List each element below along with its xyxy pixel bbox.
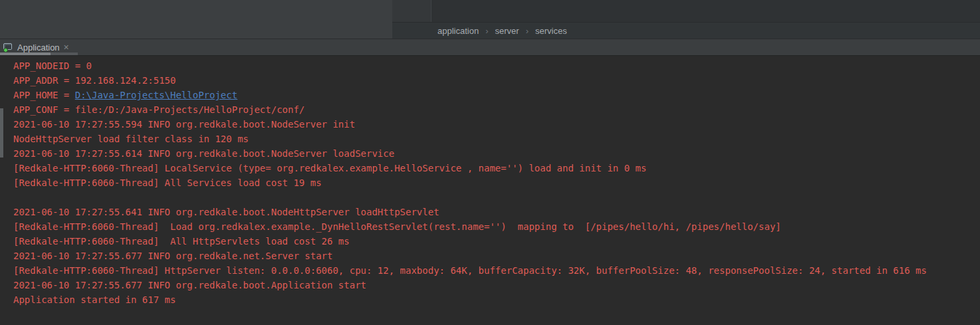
chevron-right-icon: › [526,26,529,36]
breadcrumb-item-services[interactable]: services [535,26,567,36]
console-line: [Redkale-HTTP:6060-Thread] Load org.redk… [13,219,980,234]
console-line: APP_HOME = D:\Java-Projects\HelloProject [13,88,980,102]
editor-divider [431,0,431,22]
file-link[interactable]: D:\Java-Projects\HelloProject [75,90,237,100]
running-indicator-icon [3,48,8,53]
console-line: 2021-06-10 17:27:55.614 INFO org.redkale… [13,146,980,161]
top-region: application › server › services [0,0,980,39]
console-line-prefix: APP_HOME = [13,90,75,100]
console-icon [3,42,13,53]
scrollbar-thumb[interactable] [0,108,3,158]
editor-gutter [392,0,431,22]
chevron-right-icon: › [485,26,488,36]
console-line: 2021-06-10 17:27:55.677 INFO org.redkale… [13,278,980,292]
breadcrumb-item-server[interactable]: server [495,26,519,36]
run-tabbar: Application × [0,39,980,56]
console-line: 2021-06-10 17:27:55.641 INFO org.redkale… [13,205,980,219]
breadcrumb: application › server › services [392,22,980,39]
console-line: 2021-06-10 17:27:55.594 INFO org.redkale… [13,117,980,132]
close-icon[interactable]: × [64,43,69,52]
console-line: [Redkale-HTTP:6060-Thread] All HttpServl… [13,234,980,249]
console-line: APP_NODEID = 0 [13,58,980,73]
tab-label: Application [17,43,60,53]
tool-window-panel [0,0,392,39]
console-line: 2021-06-10 17:27:55.677 INFO org.redkale… [13,249,980,263]
console-line [13,190,980,205]
console-line: [Redkale-HTTP:6060-Thread] LocalService … [13,161,980,175]
console-line: Application started in 617 ms [13,292,980,307]
editor-area [392,0,980,22]
console-line: NodeHttpServer load filter class in 120 … [13,132,980,146]
console-line: APP_CONF = file:/D:/Java-Projects/HelloP… [13,102,980,117]
console-line: APP_ADDR = 192.168.124.2:5150 [13,73,980,88]
console-line: [Redkale-HTTP:6060-Thread] All Services … [13,175,980,190]
breadcrumb-item-application[interactable]: application [437,26,479,36]
console-line: [Redkale-HTTP:6060-Thread] HttpServer li… [13,263,980,278]
tab-underline [0,53,78,55]
console-output[interactable]: APP_NODEID = 0 APP_ADDR = 192.168.124.2:… [0,56,980,325]
